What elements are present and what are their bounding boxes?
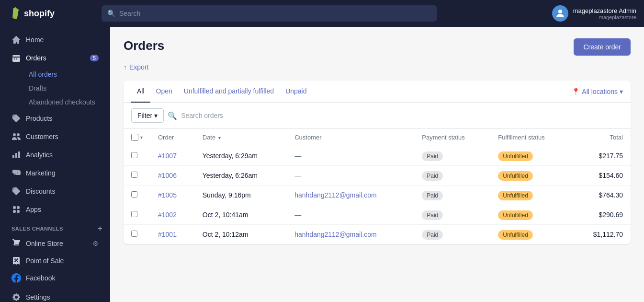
order-link-1007[interactable]: #1007 xyxy=(158,152,177,160)
user-store: mageplazastore xyxy=(573,14,636,20)
user-info: mageplazastore Admin mageplazastore xyxy=(573,7,636,20)
orders-icon xyxy=(11,53,21,63)
table-row: #1002 Oct 2, 10:41am — Paid Unfulfilled … xyxy=(124,205,631,225)
th-customer: Customer xyxy=(287,129,414,146)
customer-link[interactable]: hanhdang2112@gmail.com xyxy=(294,231,376,238)
customer-link[interactable]: hanhdang2112@gmail.com xyxy=(294,191,376,199)
row-date: Oct 2, 10:12am xyxy=(195,225,287,244)
search-input[interactable] xyxy=(119,10,431,17)
orders-sub-nav: All orders Drafts Abandoned checkouts xyxy=(0,67,110,109)
sidebar-item-drafts[interactable]: Drafts xyxy=(21,81,106,95)
sidebar-item-online-store[interactable]: Online Store ⚙ xyxy=(4,235,106,252)
filter-button[interactable]: Filter ▾ xyxy=(131,108,164,123)
table-row: #1001 Oct 2, 10:12am hanhdang2112@gmail.… xyxy=(124,225,631,244)
row-checkbox-1002[interactable] xyxy=(131,211,137,217)
online-store-settings-icon[interactable]: ⚙ xyxy=(92,240,99,247)
create-order-button[interactable]: Create order xyxy=(574,38,631,56)
row-payment: Paid xyxy=(414,186,490,205)
table-row: #1005 Sunday, 9:16pm hanhdang2112@gmail.… xyxy=(124,186,631,205)
th-date[interactable]: Date ▾ xyxy=(195,129,287,146)
sidebar-item-all-orders[interactable]: All orders xyxy=(21,68,106,81)
filter-search-row: Filter ▾ 🔍 xyxy=(124,103,631,129)
shopify-logo[interactable]: shopify xyxy=(8,7,55,20)
th-dropdown-icon[interactable]: ▾ xyxy=(140,135,143,140)
sidebar-item-orders[interactable]: Orders 5 xyxy=(4,49,106,67)
orders-table: ▾ Order Date ▾ Customer Payment status F… xyxy=(124,129,631,244)
sidebar-item-settings[interactable]: Settings xyxy=(4,289,106,302)
customer-dash: — xyxy=(294,211,301,219)
row-date: Oct 2, 10:41am xyxy=(195,205,287,225)
sidebar-item-products-label: Products xyxy=(26,115,52,122)
row-fulfillment: Unfulfilled xyxy=(490,205,571,225)
select-all-checkbox[interactable] xyxy=(131,134,138,141)
search-icon: 🔍 xyxy=(107,10,115,17)
th-order: Order xyxy=(150,129,195,146)
locations-filter[interactable]: 📍 All locations ▾ xyxy=(572,88,623,95)
row-customer: — xyxy=(287,205,414,225)
tab-unpaid[interactable]: Unpaid xyxy=(280,81,312,103)
sidebar-item-marketing-label: Marketing xyxy=(26,169,55,177)
search-orders-icon: 🔍 xyxy=(168,111,177,120)
row-checkbox-1001[interactable] xyxy=(131,231,137,237)
row-total: $1,112.70 xyxy=(572,225,631,244)
sidebar-item-abandoned-checkouts[interactable]: Abandoned checkouts xyxy=(21,95,106,109)
order-link-1002[interactable]: #1002 xyxy=(158,211,177,219)
row-order: #1007 xyxy=(150,146,195,166)
avatar[interactable] xyxy=(552,5,568,22)
sidebar-item-home[interactable]: Home xyxy=(4,31,106,48)
filter-chevron-icon: ▾ xyxy=(154,112,158,119)
row-order: #1001 xyxy=(150,225,195,244)
user-area: mageplazastore Admin mageplazastore xyxy=(552,5,636,22)
export-icon: ↑ xyxy=(124,63,127,71)
row-date: Yesterday, 6:26am xyxy=(195,166,287,186)
tab-open[interactable]: Open xyxy=(150,81,178,103)
sidebar-item-apps[interactable]: Apps xyxy=(4,201,106,218)
pin-icon: 📍 xyxy=(572,88,580,95)
order-link-1005[interactable]: #1005 xyxy=(158,191,177,199)
order-link-1001[interactable]: #1001 xyxy=(158,231,177,238)
tab-all[interactable]: All xyxy=(131,81,150,103)
sidebar-item-products[interactable]: Products xyxy=(4,110,106,127)
home-icon xyxy=(11,35,21,45)
logo-area: shopify xyxy=(8,7,94,20)
sidebar-item-customers[interactable]: Customers xyxy=(4,128,106,145)
sidebar-item-discounts-label: Discounts xyxy=(26,187,55,195)
order-link-1006[interactable]: #1006 xyxy=(158,172,177,179)
sidebar-item-marketing[interactable]: Marketing xyxy=(4,164,106,182)
tabs-row: All Open Unfulfilled and partially fulfi… xyxy=(124,81,631,103)
payment-badge: Paid xyxy=(422,230,443,240)
search-orders-input[interactable] xyxy=(181,112,623,119)
row-checkbox-1007[interactable] xyxy=(131,152,137,158)
row-total: $290.69 xyxy=(572,205,631,225)
sidebar-item-point-of-sale[interactable]: Point of Sale xyxy=(4,253,106,269)
sidebar-item-apps-label: Apps xyxy=(26,206,41,213)
row-order: #1005 xyxy=(150,186,195,205)
row-total: $154.60 xyxy=(572,166,631,186)
sidebar-item-customers-label: Customers xyxy=(26,133,58,140)
customers-icon xyxy=(11,132,21,141)
sidebar-item-discounts[interactable]: Discounts xyxy=(4,183,106,200)
row-checkbox-1006[interactable] xyxy=(131,172,137,178)
sidebar-item-analytics-label: Analytics xyxy=(26,151,53,159)
sidebar-item-analytics[interactable]: Analytics xyxy=(4,146,106,163)
th-total: Total xyxy=(572,129,631,146)
export-button[interactable]: ↑ Export xyxy=(124,61,148,73)
fulfillment-badge: Unfulfilled xyxy=(498,230,533,240)
svg-point-0 xyxy=(558,10,562,13)
layout: Home Orders 5 All orders Drafts Abandone… xyxy=(0,27,644,302)
row-payment: Paid xyxy=(414,205,490,225)
row-checkbox-cell xyxy=(124,225,150,244)
online-store-label: Online Store xyxy=(26,240,63,247)
sidebar-item-facebook[interactable]: Facebook xyxy=(4,270,106,286)
row-order: #1002 xyxy=(150,205,195,225)
apps-icon xyxy=(11,205,21,214)
search-bar[interactable]: 🔍 xyxy=(102,5,437,22)
row-checkbox-1005[interactable] xyxy=(131,191,137,197)
add-sales-channel-icon[interactable]: + xyxy=(98,224,102,233)
customer-dash: — xyxy=(294,172,301,179)
payment-badge: Paid xyxy=(422,210,443,220)
tab-unfulfilled[interactable]: Unfulfilled and partially fulfilled xyxy=(178,81,280,103)
row-customer: hanhdang2112@gmail.com xyxy=(287,225,414,244)
row-fulfillment: Unfulfilled xyxy=(490,186,571,205)
settings-icon xyxy=(11,292,21,302)
